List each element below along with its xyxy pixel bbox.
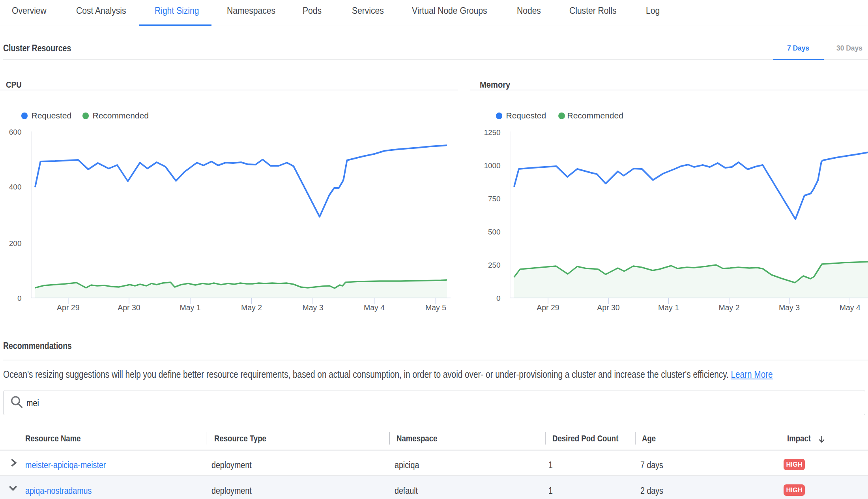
- svg-text:200: 200: [9, 239, 22, 248]
- svg-text:400: 400: [9, 183, 22, 191]
- svg-text:May 2: May 2: [241, 303, 262, 312]
- svg-text:May 4: May 4: [364, 303, 385, 312]
- svg-text:1250: 1250: [484, 128, 500, 137]
- svg-text:Apr 30: Apr 30: [118, 303, 140, 312]
- svg-text:500: 500: [488, 228, 501, 236]
- svg-text:May 1: May 1: [658, 303, 679, 312]
- svg-text:May 3: May 3: [302, 303, 323, 312]
- svg-text:Apr 30: Apr 30: [597, 303, 620, 312]
- svg-text:May 1: May 1: [180, 303, 200, 312]
- svg-text:May 3: May 3: [779, 303, 800, 312]
- svg-text:1000: 1000: [484, 161, 500, 170]
- svg-text:250: 250: [488, 261, 501, 269]
- svg-text:Apr 29: Apr 29: [57, 303, 79, 312]
- svg-text:750: 750: [488, 195, 501, 203]
- svg-text:600: 600: [9, 128, 22, 136]
- svg-text:May 2: May 2: [718, 303, 739, 312]
- svg-text:May 5: May 5: [425, 303, 446, 312]
- svg-text:0: 0: [17, 294, 22, 302]
- svg-text:0: 0: [496, 294, 501, 302]
- svg-text:Apr 29: Apr 29: [537, 303, 559, 312]
- svg-text:May 4: May 4: [840, 303, 861, 312]
